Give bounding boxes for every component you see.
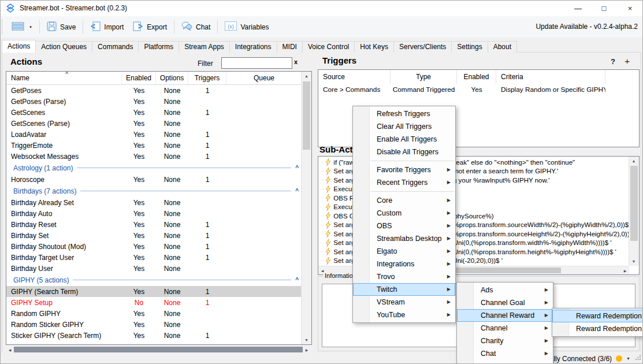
variables-button[interactable]: (x) Variables [220, 19, 273, 35]
actions-horizontal-scrollbar[interactable]: ◀ ▶ [6, 347, 311, 352]
tab-voice-control[interactable]: Voice Control [302, 41, 355, 53]
column-header-name[interactable]: Name [6, 72, 122, 84]
action-row[interactable]: GIPHY SetupNoNone1 [6, 297, 302, 308]
scroll-down-icon[interactable]: ▼ [629, 257, 638, 266]
tab-stream-apps[interactable]: Stream Apps [179, 41, 230, 53]
tab-settings[interactable]: Settings [451, 41, 488, 53]
menu-item-community-goal[interactable]: Community Goal▶ [457, 360, 553, 364]
menu-item-disable-all-triggers[interactable]: Disable All Triggers [353, 146, 455, 158]
action-row[interactable]: Birthday UserYesNone [6, 263, 302, 274]
tab-hot-keys[interactable]: Hot Keys [354, 41, 394, 53]
action-group-row[interactable]: Birthdays (7 actions)^ [6, 185, 302, 197]
action-row[interactable]: Birthday Target UserYesNone1 [6, 252, 302, 263]
column-header-enabled[interactable]: Enabled [457, 70, 496, 84]
column-header-criteria[interactable]: Criteria [496, 70, 605, 84]
menu-item-custom[interactable]: Custom▶ [353, 207, 455, 220]
menu-item-twitch[interactable]: Twitch▶ [353, 283, 455, 296]
menu-item-charity[interactable]: Charity▶ [457, 335, 553, 347]
resize-grip[interactable] [635, 354, 641, 362]
collapse-group-icon[interactable]: ^ [295, 188, 299, 194]
action-row[interactable]: Birthday Shoutout (Mod)YesNone1 [6, 241, 302, 252]
scrollbar-thumb[interactable] [303, 81, 310, 150]
scroll-left-icon[interactable]: ◀ [6, 347, 14, 352]
action-row[interactable]: GIPHY (Search Term)YesNone1 [6, 286, 302, 297]
action-row[interactable]: LoadAvatarYesNone1 [6, 129, 302, 140]
scroll-down-icon[interactable]: ▼ [302, 336, 311, 344]
subactions-vertical-scrollbar[interactable]: ▲ ▼ [629, 157, 639, 266]
action-row[interactable]: Birthday SetYesNone1 [6, 230, 302, 241]
triggers-add-button[interactable]: + [625, 56, 630, 66]
action-row[interactable]: Birthday AutoYesNone [6, 208, 302, 219]
action-row[interactable]: GetScenes (Parse)YesNone [6, 118, 302, 129]
tab-midi[interactable]: MIDI [277, 41, 303, 53]
actions-vertical-scrollbar[interactable]: ▲ ▼ [301, 72, 311, 344]
action-row[interactable]: HoroscopeYesNone1 [6, 174, 302, 185]
action-group-row[interactable]: Astrology (1 action)^ [6, 162, 302, 174]
action-row[interactable]: Birthday Already SetYesNone [6, 197, 302, 208]
collapse-group-icon[interactable]: ^ [295, 344, 299, 344]
scroll-up-icon[interactable]: ▲ [629, 157, 638, 165]
action-row[interactable]: GetPoses (Parse)YesNone [6, 96, 302, 107]
menu-item-recent-triggers[interactable]: Recent Triggers▶ [353, 176, 455, 189]
action-row[interactable]: TriggerEmoteYesNone1 [6, 140, 302, 151]
menu-item-clear-all-triggers[interactable]: Clear All Triggers [353, 120, 455, 133]
tab-commands[interactable]: Commands [92, 41, 139, 53]
scroll-up-icon[interactable]: ▲ [302, 72, 311, 80]
column-header-triggers[interactable]: Triggers [188, 72, 226, 84]
menu-item-streamlabs-desktop[interactable]: Streamlabs Desktop▶ [353, 232, 455, 245]
scrollbar-thumb[interactable] [630, 166, 638, 241]
export-button[interactable]: Export [128, 19, 172, 35]
menu-item-elgato[interactable]: Elgato▶ [353, 245, 455, 258]
save-button[interactable]: Save [42, 19, 80, 35]
scroll-right-icon[interactable]: ▶ [303, 347, 311, 352]
scrollbar-thumb[interactable] [14, 347, 303, 352]
column-header-queue[interactable]: Queue [226, 72, 302, 84]
column-header-source[interactable]: Source [318, 70, 391, 84]
menu-item-ads[interactable]: Ads▶ [457, 284, 553, 296]
menu-item-obs[interactable]: OBS▶ [353, 220, 455, 232]
action-row[interactable]: Websocket MessagesYesNone1 [6, 151, 302, 162]
action-row[interactable]: GetPosesYesNone1 [6, 85, 302, 96]
menu-item-reward-redemption[interactable]: Reward Redemption [552, 310, 643, 322]
menu-item-channel[interactable]: Channel▶ [457, 322, 553, 335]
column-header-enabled[interactable]: Enabled [122, 72, 156, 84]
tab-integrations[interactable]: Integrations [229, 41, 277, 53]
import-button[interactable]: Import [86, 19, 128, 35]
scroll-right-icon[interactable]: ▶ [621, 266, 629, 274]
maximize-button[interactable]: □ [591, 0, 617, 16]
triggers-help-button[interactable]: ? [611, 57, 615, 66]
update-available-text[interactable]: Update Available - v0.2.4-alpha.2 [536, 23, 638, 31]
action-group-row[interactable]: GIPHY (5 actions)^ [6, 274, 302, 286]
action-row[interactable]: Random Sticker GIPHYYesNone [6, 319, 302, 330]
filter-input[interactable] [221, 57, 292, 69]
collapse-group-icon[interactable]: ^ [295, 165, 299, 171]
menu-item-vstream[interactable]: VStream▶ [353, 296, 455, 309]
action-group-row[interactable]: Google (23 actions)^ [6, 341, 302, 344]
menu-item-channel-reward[interactable]: Channel Reward▶ [457, 309, 553, 322]
column-header-options[interactable]: Options [156, 72, 188, 84]
action-row[interactable]: GetScenesYesNone1 [6, 107, 302, 118]
column-header-type[interactable]: Type [391, 70, 457, 84]
filter-clear-button[interactable]: x [294, 58, 298, 65]
menu-item-reward-redemption-update[interactable]: Reward Redemption Update [552, 322, 643, 335]
menu-item-enable-all-triggers[interactable]: Enable All Triggers [353, 133, 455, 146]
action-row[interactable]: Sticker GIPHY (Search Term)YesNone1 [6, 330, 302, 341]
tab-about[interactable]: About [488, 41, 517, 53]
minimize-button[interactable]: — [565, 0, 591, 16]
collapse-group-icon[interactable]: ^ [295, 277, 299, 283]
tab-actions[interactable]: Actions [2, 40, 36, 53]
menu-item-favorite-triggers[interactable]: Favorite Triggers▶ [353, 164, 455, 176]
close-button[interactable]: × [617, 0, 643, 16]
tab-servers-clients[interactable]: Servers/Clients [393, 41, 452, 53]
action-row[interactable]: Birthday ResetYesNone1 [6, 219, 302, 230]
menu-item-channel-goal[interactable]: Channel Goal▶ [457, 296, 553, 309]
menu-item-refresh-triggers[interactable]: Refresh Triggers [353, 107, 455, 120]
status-caret-icon[interactable]: ▼ [626, 356, 630, 361]
main-menu-button[interactable]: ▼ [7, 20, 37, 35]
menu-item-integrations[interactable]: Integrations▶ [353, 258, 455, 270]
menu-item-chat[interactable]: Chat▶ [457, 347, 553, 360]
menu-item-youtube[interactable]: YouTube▶ [353, 309, 455, 321]
menu-item-trovo[interactable]: Trovo▶ [353, 270, 455, 283]
chat-button[interactable]: Chat [177, 19, 215, 35]
trigger-row[interactable]: Core > CommandsCommand TriggeredYesDispl… [318, 84, 639, 95]
